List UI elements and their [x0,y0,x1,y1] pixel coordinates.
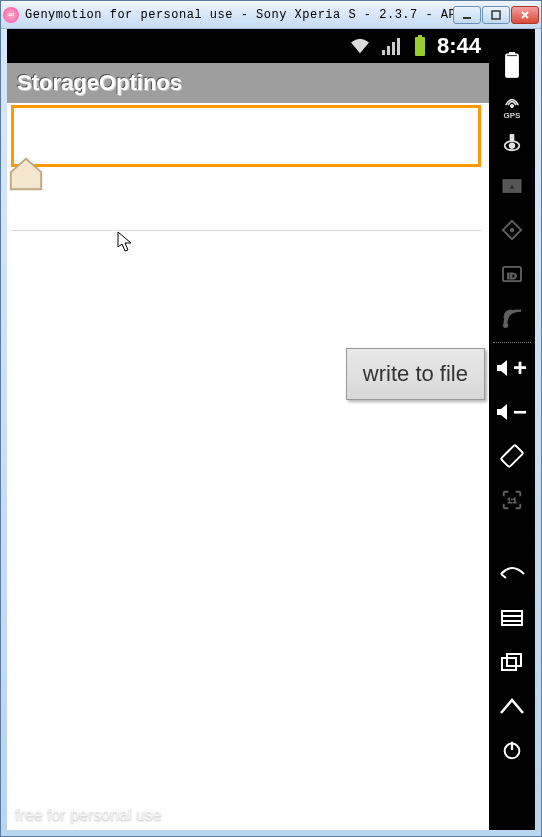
battery-icon [413,35,427,57]
genymotion-sidebar: GPS ID [489,29,535,830]
watermark-text: free for personal use [15,806,162,824]
input-field-2[interactable] [11,167,481,231]
client-area: 8:44 StorageOptinos write to file [7,29,535,830]
sidebar-volume-up-button[interactable]: + [489,346,535,390]
svg-point-21 [503,323,508,328]
sidebar-rotate-button[interactable] [489,434,535,478]
sidebar-capture-button[interactable] [489,164,535,208]
app-titlebar: StorageOptinos [7,63,489,103]
svg-rect-29 [502,658,516,670]
svg-rect-30 [507,654,521,666]
svg-rect-10 [506,57,518,77]
sidebar-power-button[interactable] [489,728,535,772]
svg-rect-26 [502,611,522,625]
sidebar-nav-back-button[interactable] [489,552,535,596]
volume-icon [497,404,511,420]
sidebar-nav-recent-button[interactable] [489,640,535,684]
window-frame: ∞ Genymotion for personal use - Sony Xpe… [0,0,542,837]
volume-icon [497,360,511,376]
mouse-cursor-icon [117,231,135,253]
text-anchor-handle[interactable] [7,155,45,193]
window-title: Genymotion for personal use - Sony Xperi… [25,8,453,22]
sidebar-identifier-button[interactable]: ID [489,252,535,296]
write-to-file-button[interactable]: write to file [346,348,485,400]
sidebar-volume-down-button[interactable]: − [489,390,535,434]
svg-rect-6 [418,35,422,37]
sidebar-nav-menu-button[interactable] [489,596,535,640]
svg-point-18 [510,228,514,232]
app-title: StorageOptinos [17,70,182,96]
svg-text:ID: ID [507,270,517,281]
minimize-icon [462,10,472,20]
window-maximize-button[interactable] [482,6,510,24]
svg-rect-4 [392,42,395,55]
svg-rect-2 [382,50,385,55]
svg-marker-23 [497,404,507,420]
android-status-bar[interactable]: 8:44 [7,29,489,63]
svg-rect-14 [510,135,514,141]
window-minimize-button[interactable] [453,6,481,24]
svg-rect-1 [492,11,500,19]
svg-marker-22 [497,360,507,376]
sidebar-camera-button[interactable] [489,120,535,164]
app-icon: ∞ [3,7,19,23]
emulator-container: 8:44 StorageOptinos write to file [7,29,535,830]
svg-text:1:1: 1:1 [508,497,517,504]
sidebar-divider [493,342,531,344]
sidebar-remote-button[interactable] [489,208,535,252]
svg-rect-0 [463,17,471,19]
close-icon [520,10,530,20]
sidebar-nav-home-button[interactable] [489,684,535,728]
app-content: write to file [7,103,489,231]
sidebar-battery-button[interactable] [489,43,535,87]
window-titlebar[interactable]: ∞ Genymotion for personal use - Sony Xpe… [1,1,541,29]
svg-point-13 [509,143,515,149]
sidebar-pixel-perfect-button[interactable]: 1:1 [489,478,535,522]
svg-point-11 [510,104,513,107]
input-field-1[interactable] [11,105,481,167]
window-close-button[interactable] [511,6,539,24]
svg-rect-7 [415,37,425,56]
svg-rect-5 [397,38,400,55]
window-controls [453,6,539,24]
sidebar-network-button[interactable] [489,296,535,340]
device-screen: 8:44 StorageOptinos write to file [7,29,489,830]
status-time: 8:44 [437,33,481,59]
wifi-icon [349,37,371,55]
sidebar-gps-label: GPS [489,111,535,120]
svg-rect-24 [501,445,524,468]
maximize-icon [491,10,501,20]
svg-rect-3 [387,46,390,55]
signal-icon [381,37,403,55]
